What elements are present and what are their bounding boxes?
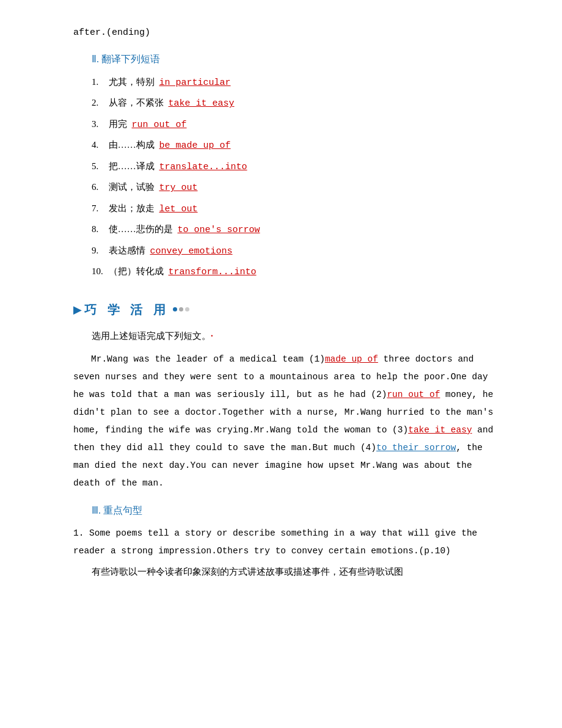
item-answer: let out bbox=[159, 204, 198, 214]
main-paragraph: Mr.Wang was the leader of a medical team… bbox=[73, 351, 501, 492]
dot-3 bbox=[185, 307, 189, 311]
item-chinese: 从容，不紧张 bbox=[109, 98, 164, 107]
item-chinese: 把……译成 bbox=[109, 161, 155, 171]
item-num: 4. bbox=[92, 136, 106, 154]
list-item: 6. 测试，试验 try out bbox=[92, 178, 501, 197]
answer-1: made up of bbox=[325, 354, 378, 364]
item-num: 1. bbox=[92, 73, 106, 91]
item-num: 5. bbox=[92, 158, 106, 175]
qiao-section-header: ▶ 巧 学 活 用 bbox=[73, 299, 501, 321]
answer-3: take it easy bbox=[408, 425, 472, 435]
item-num: 10. bbox=[92, 263, 106, 280]
xuan-instruction: 选用上述短语完成下列短文。· bbox=[92, 328, 501, 344]
item-chinese: 由……构成 bbox=[109, 140, 155, 150]
item-num: 2. bbox=[92, 94, 106, 112]
phrase-list: 1. 尤其，特别 in particular 2. 从容，不紧张 take it… bbox=[92, 73, 501, 282]
list-item: 9. 表达感情 convey emotions bbox=[92, 242, 501, 261]
list-item: 8. 使……悲伤的是 to one's sorrow bbox=[92, 220, 501, 239]
dot-2 bbox=[179, 307, 183, 311]
list-item: 4. 由……构成 be made up of bbox=[92, 136, 501, 155]
qiao-dots bbox=[173, 307, 189, 311]
item-num: 8. bbox=[92, 220, 106, 238]
item-answer: try out bbox=[159, 183, 198, 193]
item-answer: in particular bbox=[159, 78, 231, 88]
item-chinese: 发出；放走 bbox=[109, 203, 155, 213]
dot-end: · bbox=[211, 331, 213, 341]
list-item: 1. 尤其，特别 in particular bbox=[92, 73, 501, 92]
item-answer: to one's sorrow bbox=[178, 225, 260, 235]
qiao-title: 巧 学 活 用 bbox=[84, 299, 169, 321]
item-num: 6. bbox=[92, 178, 106, 196]
list-item: 10. （把）转化成 transform...into bbox=[92, 263, 501, 282]
item-answer: translate...into bbox=[159, 162, 247, 172]
item-chinese: 用完 bbox=[109, 119, 127, 129]
sentence-1-cn: 有些诗歌以一种令读者印象深刻的方式讲述故事或描述事件，还有些诗歌试图 bbox=[73, 562, 501, 581]
item-chinese: （把）转化成 bbox=[109, 266, 164, 276]
item-chinese: 测试，试验 bbox=[109, 182, 155, 192]
section3-title: Ⅲ. 重点句型 bbox=[92, 502, 501, 520]
sentence-1-en: 1. Some poems tell a story or describe s… bbox=[73, 525, 501, 560]
item-chinese: 使……悲伤的是 bbox=[109, 224, 173, 234]
answer-4: to their sorrow bbox=[376, 443, 456, 453]
item-answer: be made up of bbox=[159, 140, 231, 151]
qiao-arrow-icon: ▶ bbox=[73, 300, 82, 319]
item-chinese: 尤其，特别 bbox=[109, 77, 155, 87]
list-item: 3. 用完 run out of bbox=[92, 115, 501, 134]
item-answer: transform...into bbox=[169, 267, 257, 277]
item-answer: take it easy bbox=[169, 98, 235, 109]
answer-2: run out of bbox=[387, 390, 440, 399]
item-answer: convey emotions bbox=[150, 246, 233, 257]
intro-line: after.(ending) bbox=[73, 24, 501, 41]
list-item: 5. 把……译成 translate...into bbox=[92, 158, 501, 177]
list-item: 2. 从容，不紧张 take it easy bbox=[92, 94, 501, 113]
section2-title: Ⅱ. 翻译下列短语 bbox=[92, 51, 501, 68]
item-num: 9. bbox=[92, 242, 106, 260]
list-item: 7. 发出；放走 let out bbox=[92, 200, 501, 219]
xuan-text-main: 选用上述短语完成下列短文。 bbox=[92, 331, 211, 341]
item-num: 3. bbox=[92, 115, 106, 133]
para-text-1: Mr.Wang was the leader of a medical team… bbox=[91, 354, 325, 364]
item-num: 7. bbox=[92, 200, 106, 217]
item-answer: run out of bbox=[132, 120, 187, 130]
item-chinese: 表达感情 bbox=[109, 246, 145, 255]
dot-1 bbox=[173, 307, 177, 311]
